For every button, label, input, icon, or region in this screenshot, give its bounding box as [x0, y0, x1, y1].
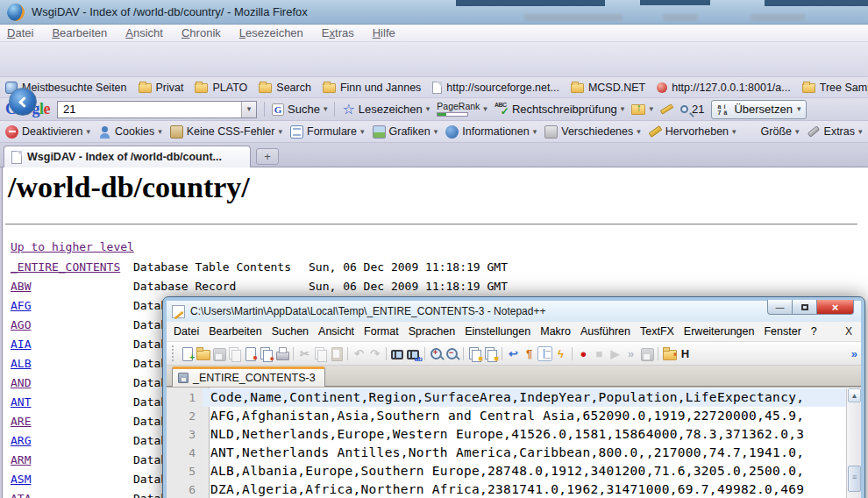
menu-item[interactable]: Ausführen: [580, 325, 630, 338]
record-link[interactable]: ANT: [11, 395, 31, 409]
toolbar-icon[interactable]: ↷: [367, 346, 382, 361]
toolbar-icon[interactable]: ●: [576, 346, 591, 361]
line-text[interactable]: Code,Name,Continent,Region,SurfaceArea,I…: [203, 388, 846, 407]
spellcheck-button[interactable]: ABC✓ Rechtschreibprüfung ▾: [494, 103, 625, 116]
toolbar-icon[interactable]: ■: [467, 346, 482, 361]
record-link[interactable]: ALB: [11, 357, 31, 370]
bookmark-item[interactable]: http://127.0.0.1:8001/a...: [657, 82, 791, 94]
new-tab-button[interactable]: +: [256, 148, 279, 165]
toolbar-icon[interactable]: H: [678, 346, 693, 361]
chevron-down-icon[interactable]: ▾: [360, 128, 365, 136]
find-count-indicator[interactable]: 21: [680, 103, 704, 116]
toolbar-icon[interactable]: [422, 346, 428, 361]
chevron-down-icon[interactable]: ▾: [858, 128, 863, 136]
toolbar-icon[interactable]: ✂: [297, 346, 312, 361]
menu-item[interactable]: Ansicht: [125, 26, 163, 39]
chevron-down-icon[interactable]: ▾: [732, 128, 736, 136]
search-dropdown-button[interactable]: ▾: [241, 102, 256, 117]
bookmark-item[interactable]: PLATO: [195, 82, 247, 94]
menu-item[interactable]: Datei: [7, 26, 33, 39]
back-button[interactable]: [9, 88, 37, 116]
toolbar-icon[interactable]: [196, 346, 210, 361]
translate-button[interactable]: aí7ä Übersetzen ▾: [711, 100, 807, 119]
active-tab[interactable]: WsgiDAV - Index of /world-db/count...: [4, 146, 251, 167]
google-bookmarks-button[interactable]: ☆ Lesezeichen ▾: [342, 103, 430, 117]
menu-item[interactable]: Lesezeichen: [239, 26, 303, 39]
menu-item[interactable]: Datei: [174, 325, 199, 338]
webdev-menu-button[interactable]: Keine CSS-Fehler ▾: [170, 125, 282, 139]
menu-item[interactable]: ?: [811, 325, 817, 338]
toolbar-icon[interactable]: »: [623, 346, 638, 361]
chevron-down-icon[interactable]: ▾: [158, 128, 162, 136]
toolbar-icon[interactable]: [569, 346, 575, 361]
vertical-scrollbar[interactable]: ▲: [846, 388, 861, 498]
record-link[interactable]: _ENTIRE_CONTENTS: [11, 260, 120, 274]
maximize-button[interactable]: [793, 300, 817, 315]
bookmark-item[interactable]: http://sourceforge.net...: [432, 82, 559, 94]
toolbar-icon[interactable]: [274, 346, 289, 361]
menu-item[interactable]: Suchen: [272, 325, 309, 338]
pagerank-button[interactable]: PageRank ▾: [437, 102, 487, 117]
toolbar-icon[interactable]: ab: [406, 346, 421, 361]
record-link[interactable]: AIA: [11, 338, 31, 351]
highlighter-icon[interactable]: [660, 103, 673, 114]
webdev-menu-button[interactable]: Verschiedenes ▾: [544, 125, 641, 139]
webdev-menu-button[interactable]: Hervorheben ▾: [649, 125, 736, 139]
menu-item[interactable]: Hilfe: [373, 26, 395, 39]
toolbar-icon[interactable]: −: [445, 346, 459, 361]
chevron-down-icon[interactable]: ▾: [86, 128, 90, 136]
google-search-value[interactable]: 21: [58, 103, 241, 116]
menu-item[interactable]: Einstellungen: [465, 325, 530, 338]
menu-item[interactable]: Extras: [322, 26, 354, 39]
toolbar-icon[interactable]: [390, 346, 405, 361]
google-search-box[interactable]: 21 ▾: [57, 101, 257, 118]
toolbar-overflow-chevron[interactable]: »: [851, 347, 857, 360]
bookmark-item[interactable]: MCSD.NET: [571, 82, 645, 94]
chevron-down-icon[interactable]: ▾: [795, 128, 800, 136]
chevron-down-icon[interactable]: ▾: [426, 105, 430, 113]
line-text[interactable]: ALB,Albania,Europe,Southern Europe,28748…: [203, 462, 846, 480]
webdev-menu-button[interactable]: Grafiken ▾: [373, 125, 438, 139]
menu-item[interactable]: Makro: [540, 325, 571, 338]
code-line[interactable]: 6 DZA,Algeria,Africa,Northern Africa,238…: [167, 480, 846, 498]
toolbar-icon[interactable]: [329, 346, 344, 361]
toolbar-icon[interactable]: [345, 346, 351, 361]
chevron-down-icon[interactable]: ▾: [649, 105, 653, 113]
editor-area[interactable]: 1 Code,Name,Continent,Region,SurfaceArea…: [167, 387, 861, 498]
toolbar-icon[interactable]: [460, 346, 466, 361]
send-to-button[interactable]: ↑ ▾: [631, 104, 653, 115]
toolbar-icon[interactable]: [290, 346, 296, 361]
menu-item[interactable]: Fenster: [764, 325, 800, 338]
webdev-menu-button[interactable]: Informationen ▾: [445, 125, 537, 139]
record-link[interactable]: ARM: [11, 453, 31, 466]
toolbar-icon[interactable]: ■: [592, 346, 607, 361]
minimize-button[interactable]: —: [767, 300, 793, 315]
toolbar-icon[interactable]: [537, 346, 552, 361]
close-button[interactable]: ×: [817, 300, 854, 315]
bookmark-item[interactable]: Tree Samples: [802, 82, 868, 94]
record-link[interactable]: ARE: [11, 415, 31, 428]
record-link[interactable]: ATA: [11, 492, 31, 498]
chevron-down-icon[interactable]: ▾: [533, 128, 537, 136]
document-close-x[interactable]: X: [845, 325, 852, 338]
toolbar-icon[interactable]: [639, 346, 654, 361]
toolbar-icon[interactable]: [655, 346, 661, 361]
record-link[interactable]: ARG: [11, 434, 31, 447]
toolbar-icon[interactable]: ■: [483, 346, 498, 361]
google-search-button[interactable]: G Suche ▾: [272, 103, 327, 116]
record-link[interactable]: ASM: [11, 473, 31, 486]
menu-item[interactable]: Chronik: [181, 26, 221, 39]
webdev-menu-button[interactable]: Formulare ▾: [290, 125, 365, 139]
toolbar-icon[interactable]: ϟ: [553, 346, 568, 361]
chevron-down-icon[interactable]: ▾: [434, 128, 438, 136]
line-text[interactable]: ANT,Netherlands Antilles,North America,C…: [203, 444, 846, 462]
webdev-menu-button[interactable]: Extras ▾: [808, 125, 863, 139]
toolbar-icon[interactable]: [211, 346, 226, 361]
code-line[interactable]: 1 Code,Name,Continent,Region,SurfaceArea…: [167, 388, 846, 407]
code-line[interactable]: 5 ALB,Albania,Europe,Southern Europe,287…: [167, 462, 846, 480]
code-line[interactable]: 3 NLD,Netherlands,Europe,Western Europe,…: [167, 425, 846, 444]
toolbar-icon[interactable]: +: [429, 346, 444, 361]
bookmark-item[interactable]: Privat: [139, 82, 184, 94]
chevron-down-icon[interactable]: ▾: [621, 105, 625, 113]
toolbar-icon[interactable]: [227, 346, 242, 361]
